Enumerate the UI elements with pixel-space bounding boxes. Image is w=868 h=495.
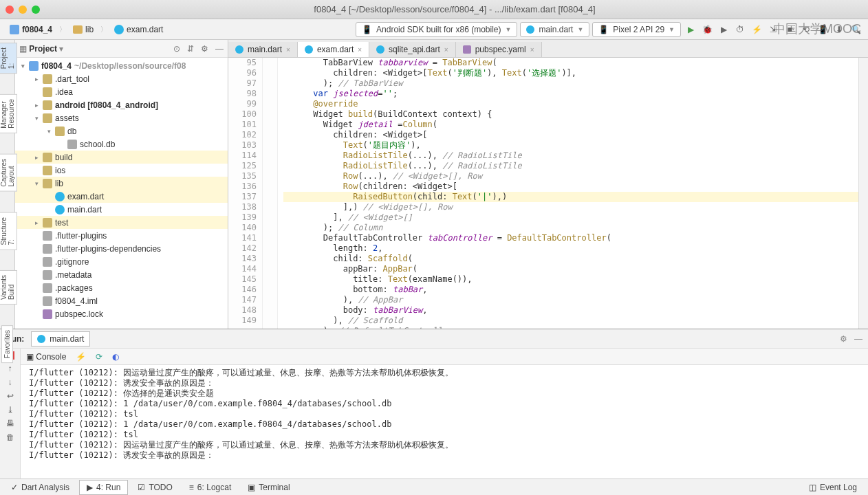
scroll-from-source-icon[interactable]: ⊙ bbox=[173, 44, 180, 54]
gear-icon[interactable]: ⚙ bbox=[840, 334, 847, 344]
tree-item[interactable]: pubspec.lock bbox=[15, 307, 228, 320]
soft-wrap-icon[interactable]: ↩ bbox=[7, 391, 14, 401]
window-title: f0804_4 [~/Desktop/lesson/source/f0804_4… bbox=[47, 4, 862, 14]
close-window[interactable] bbox=[6, 6, 14, 14]
hot-reload-icon[interactable]: ⚡ bbox=[76, 352, 86, 362]
tree-item[interactable]: ▸build bbox=[15, 151, 228, 164]
scroll-to-end-icon[interactable]: ⤓ bbox=[7, 405, 14, 415]
editor-tab[interactable]: sqlite_api.dart × bbox=[369, 42, 456, 57]
tab-logcat[interactable]: ≡ 6: Logcat bbox=[182, 481, 238, 494]
open-devtools-icon[interactable]: ◐ bbox=[112, 352, 119, 362]
breadcrumb-file[interactable]: exam.dart bbox=[110, 23, 167, 36]
tab-run[interactable]: ▶ 4: Run bbox=[79, 480, 128, 495]
console-tab[interactable]: ▣ Console bbox=[26, 352, 66, 362]
editor-tab[interactable]: pubspec.yaml × bbox=[456, 42, 542, 57]
tree-item[interactable]: ios bbox=[15, 164, 228, 177]
tree-item[interactable]: .flutter-plugins bbox=[15, 229, 228, 242]
chevron-icon: 〉 bbox=[59, 25, 66, 34]
hot-reload-button[interactable]: ⚡ bbox=[750, 23, 763, 36]
tree-item[interactable]: f0804_4.iml bbox=[15, 294, 228, 307]
project-title: Project bbox=[29, 44, 57, 54]
hot-restart-icon[interactable]: ⟳ bbox=[96, 352, 102, 362]
tree-item[interactable]: main.dart bbox=[15, 203, 228, 216]
side-tab[interactable]: 1: Project bbox=[0, 43, 17, 74]
editor-tab[interactable]: exam.dart × bbox=[298, 42, 369, 57]
sdk-manager-button[interactable]: ⬇ bbox=[832, 23, 846, 36]
tree-item[interactable]: exam.dart bbox=[15, 190, 228, 203]
maximize-window[interactable] bbox=[32, 6, 40, 14]
up-icon[interactable]: ↑ bbox=[8, 364, 12, 373]
debug-button[interactable]: 🐞 bbox=[700, 23, 714, 36]
coverage-button[interactable]: ▶ bbox=[717, 23, 730, 36]
tree-item[interactable]: ▾lib bbox=[15, 177, 228, 190]
clear-icon[interactable]: 🗑 bbox=[6, 432, 14, 442]
breadcrumb-label: exam.dart bbox=[127, 25, 163, 34]
editor-tab[interactable]: main.dart × bbox=[228, 42, 298, 57]
run-button[interactable]: ▶ bbox=[684, 23, 697, 36]
sync-button[interactable]: ⟲ bbox=[799, 23, 813, 36]
tree-root[interactable]: ▾f0804_4 ~/Desktop/lesson/source/f08 bbox=[15, 59, 228, 72]
device-selector[interactable]: 📱 Android SDK built for x86 (mobile)▼ bbox=[356, 22, 517, 37]
tab-event-log[interactable]: ◫ Event Log bbox=[802, 481, 864, 494]
tree-item[interactable]: ▾db bbox=[15, 124, 228, 138]
project-panel-header: ▦ Project ▾ ⊙ ⇵ ⚙ — bbox=[15, 40, 228, 58]
tree-item[interactable]: school.db bbox=[15, 138, 228, 151]
hide-panel-icon[interactable]: — bbox=[854, 334, 862, 344]
tree-item[interactable]: .flutter-plugins-dependencies bbox=[15, 242, 228, 255]
titlebar: f0804_4 [~/Desktop/lesson/source/f0804_4… bbox=[0, 0, 868, 19]
stop-button[interactable]: ■ bbox=[783, 23, 796, 36]
editor-area: main.dart ×exam.dart ×sqlite_api.dart ×p… bbox=[228, 40, 868, 329]
minimize-window[interactable] bbox=[19, 6, 27, 14]
run-config-selector[interactable]: main.dart▼ bbox=[520, 22, 589, 37]
tree-item[interactable]: ▸test bbox=[15, 216, 228, 229]
tree-item[interactable]: ▸android [f0804_4_android] bbox=[15, 98, 228, 111]
down-icon[interactable]: ↓ bbox=[8, 377, 12, 387]
side-tab[interactable]: 7: Structure bbox=[0, 212, 17, 250]
tree-item[interactable]: .idea bbox=[15, 85, 228, 98]
print-icon[interactable]: 🖶 bbox=[6, 419, 14, 428]
avd-manager-button[interactable]: 📱 bbox=[816, 23, 829, 36]
chevron-icon: 〉 bbox=[100, 25, 107, 34]
side-tab[interactable]: Resource Manager bbox=[0, 94, 17, 133]
profile-button[interactable]: ⏱ bbox=[733, 23, 747, 36]
tab-dart-analysis[interactable]: ✓ Dart Analysis bbox=[4, 481, 76, 494]
tree-item[interactable]: .gitignore bbox=[15, 255, 228, 268]
tree-item[interactable]: ▸.dart_tool bbox=[15, 72, 228, 85]
breadcrumb-label: lib bbox=[85, 25, 94, 34]
run-panel: Run: main.dart ⚙ — ↑ ↓ ↩ ⤓ 🖶 🗑 ▣ Console… bbox=[0, 329, 868, 478]
editor-tabs: main.dart ×exam.dart ×sqlite_api.dart ×p… bbox=[228, 40, 868, 58]
run-tab[interactable]: main.dart bbox=[31, 331, 90, 346]
breadcrumb-label: f0804_4 bbox=[22, 25, 52, 34]
tree-item[interactable]: .packages bbox=[15, 281, 228, 294]
breadcrumb-project[interactable]: f0804_4 bbox=[6, 23, 56, 36]
gear-icon[interactable]: ⚙ bbox=[201, 44, 208, 54]
left-tool-strip: 1: ProjectResource ManagerLayout Capture… bbox=[0, 40, 15, 329]
run-toolbar: ↑ ↓ ↩ ⤓ 🖶 🗑 bbox=[0, 349, 21, 478]
project-panel: ▦ Project ▾ ⊙ ⇵ ⚙ — ▾f0804_4 ~/Desktop/l… bbox=[15, 40, 228, 329]
project-tree[interactable]: ▾f0804_4 ~/Desktop/lesson/source/f08▸.da… bbox=[15, 58, 228, 329]
toolbar: f0804_4 〉 lib 〉 exam.dart 📱 Android SDK … bbox=[0, 19, 868, 40]
search-icon[interactable]: 🔍 bbox=[849, 23, 862, 36]
side-tab[interactable]: Build Variants bbox=[0, 270, 17, 305]
avd-selector[interactable]: 📱 Pixel 2 API 29▼ bbox=[592, 22, 681, 37]
console-output[interactable]: I/flutter (10212): 因运动量过度产生的酸疼，可以通过减量、休息… bbox=[21, 365, 868, 478]
tab-terminal[interactable]: ▣ Terminal bbox=[241, 481, 296, 494]
tree-item[interactable]: .metadata bbox=[15, 268, 228, 281]
hide-panel-icon[interactable]: — bbox=[215, 44, 224, 54]
collapse-all-icon[interactable]: ⇵ bbox=[187, 44, 194, 54]
breadcrumb-folder[interactable]: lib bbox=[69, 23, 98, 36]
side-tab[interactable]: Layout Captures bbox=[0, 154, 17, 192]
bottom-tool-tabs: ✓ Dart Analysis ▶ 4: Run ☑ TODO ≡ 6: Log… bbox=[0, 478, 868, 495]
side-tab[interactable]: Favorites bbox=[1, 325, 13, 363]
tab-todo[interactable]: ☑ TODO bbox=[131, 481, 179, 494]
code-editor[interactable]: 9596979899100101102103114125135136137138… bbox=[228, 58, 868, 329]
tree-item[interactable]: ▾assets bbox=[15, 111, 228, 124]
attach-button[interactable]: ⇲ bbox=[766, 23, 780, 36]
